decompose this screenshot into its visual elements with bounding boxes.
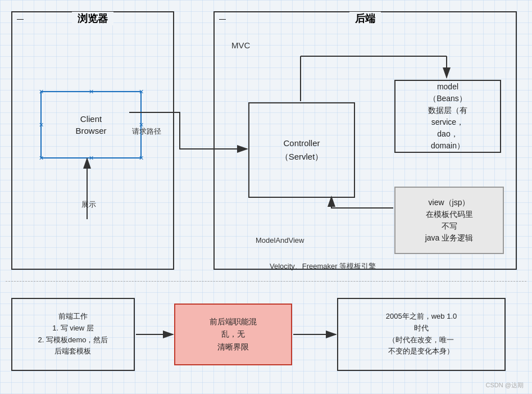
handle-br: ✕ [138, 155, 144, 161]
bottom-right-text: 2005年之前，web 1.0 时代 （时代在改变，唯一 不变的是变化本身） [386, 311, 457, 357]
dashed-separator [6, 281, 526, 282]
bottom-mid-text: 前后端职能混乱，无 清晰界限 [204, 315, 262, 353]
client-browser-box: ✕ ✕ ✕ ✕ ✕ ✕ ✕ ✕ Client Browser [40, 91, 142, 158]
bottom-mid-box: 前后端职能混乱，无 清晰界限 [174, 304, 292, 365]
label-velocity: Velocity、Freemaker 等模板引擎 [270, 261, 376, 271]
controller-box: Controller （Servlet） [248, 102, 355, 198]
handle-tr: ✕ [138, 89, 144, 94]
backend-box-title: 后端 [349, 12, 381, 25]
csdn-watermark: CSDN @达期 [486, 381, 524, 390]
label-display: 展示 [81, 200, 96, 210]
backend-box: — 后端 MVC Controller （Servlet） model （Bea… [213, 11, 517, 270]
bottom-right-box: 2005年之前，web 1.0 时代 （时代在改变，唯一 不变的是变化本身） [337, 298, 506, 371]
browser-box: — 浏览器 ✕ ✕ ✕ ✕ ✕ ✕ ✕ ✕ Client Browser [11, 11, 174, 270]
handle-tm: ✕ [88, 89, 94, 94]
handle-bm: ✕ [88, 155, 94, 161]
model-text: model （Beans） 数据层（有 service， dao，domain） [422, 81, 474, 152]
mvc-label: MVC [231, 40, 250, 50]
bottom-left-box: 前端工作 1. 写 view 层 2. 写模板demo，然后 后端套模板 [11, 298, 135, 371]
browser-minimize-icon: — [17, 15, 24, 23]
handle-bl: ✕ [38, 155, 44, 161]
label-request-path: 请求路径 [132, 126, 161, 137]
model-box: model （Beans） 数据层（有 service， dao，domain） [394, 80, 501, 153]
browser-box-title: 浏览器 [72, 12, 113, 25]
handle-tl: ✕ [38, 89, 44, 94]
bottom-left-text: 前端工作 1. 写 view 层 2. 写模板demo，然后 后端套模板 [19, 311, 128, 357]
view-text: view（jsp） 在模板代码里不写 java 业务逻辑 [422, 197, 476, 244]
backend-minimize-icon: — [219, 15, 226, 23]
controller-text: Controller （Servlet） [280, 137, 324, 164]
client-browser-text: Client Browser [75, 113, 106, 137]
handle-ml: ✕ [38, 122, 44, 128]
view-box: view（jsp） 在模板代码里不写 java 业务逻辑 [394, 187, 504, 254]
label-model-and-view: ModelAndView [256, 236, 304, 244]
